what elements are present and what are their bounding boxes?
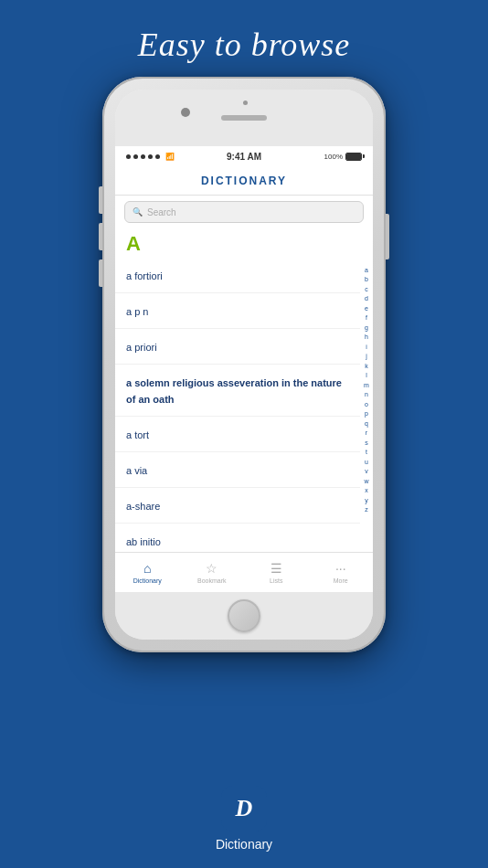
- phone-camera: [181, 108, 190, 117]
- tab-icon-bookmark: ☆: [206, 561, 217, 576]
- list-item[interactable]: a fortiori: [115, 258, 360, 293]
- tab-bookmark[interactable]: ☆Bookmark: [180, 561, 245, 584]
- alpha-letter-n[interactable]: n: [365, 390, 368, 400]
- screen: 📶 9:41 AM 100% DICTIONARY 🔍 Search: [115, 146, 373, 592]
- alpha-letter-t[interactable]: t: [366, 448, 367, 458]
- alpha-index[interactable]: abcdefghijklmnopqrstuvwxyz: [360, 228, 373, 552]
- nav-bar: DICTIONARY: [115, 166, 373, 196]
- alpha-letter-o[interactable]: o: [365, 400, 368, 410]
- alpha-letter-e[interactable]: e: [365, 304, 368, 314]
- list-item-text: a via: [126, 465, 147, 476]
- list-item[interactable]: a p n: [115, 293, 360, 329]
- list-item-text: a solemn religious asseveration in the n…: [126, 377, 342, 405]
- alpha-letter-y[interactable]: y: [365, 496, 368, 506]
- phone-speaker: [221, 115, 267, 121]
- tab-icon-lists: ☰: [271, 561, 282, 576]
- tab-icon-dictionary: ⌂: [143, 561, 151, 576]
- alpha-letter-k[interactable]: k: [365, 362, 368, 372]
- alpha-letter-r[interactable]: r: [366, 429, 367, 439]
- page-title: Easy to browse: [138, 26, 351, 64]
- signal-dot-5: [155, 154, 160, 159]
- phone-bottom: [115, 592, 373, 640]
- list-item[interactable]: a-share: [115, 488, 360, 524]
- tab-lists[interactable]: ☰Lists: [244, 561, 309, 584]
- signal-dot-4: [148, 154, 153, 159]
- tab-label-more: More: [334, 577, 348, 584]
- phone-dot: [243, 101, 248, 105]
- alpha-letter-p[interactable]: p: [365, 409, 368, 419]
- signal-dot-1: [126, 154, 131, 159]
- tab-more[interactable]: ···More: [309, 561, 374, 584]
- content-list: A a fortioria p na prioria solemn religi…: [115, 228, 373, 552]
- alpha-letter-d[interactable]: d: [365, 294, 368, 304]
- list-item[interactable]: a solemn religious asseveration in the n…: [115, 365, 360, 417]
- alpha-letter-a[interactable]: a: [365, 266, 368, 276]
- alpha-letter-b[interactable]: b: [365, 275, 368, 285]
- alpha-letter-i[interactable]: i: [366, 343, 367, 353]
- alpha-letter-q[interactable]: q: [365, 419, 368, 429]
- phone-top-bar: [115, 90, 373, 146]
- alpha-letter-s[interactable]: s: [365, 439, 368, 449]
- battery-area: 100%: [324, 153, 362, 161]
- app-icon-letter: D: [236, 795, 253, 822]
- alpha-letter-v[interactable]: v: [365, 467, 368, 477]
- list-items: A a fortioria p na prioria solemn religi…: [115, 228, 360, 552]
- list-item-text: a priori: [126, 342, 157, 353]
- tab-label-lists: Lists: [270, 577, 282, 584]
- section-header-a: A: [115, 228, 360, 258]
- list-item-text: a-share: [126, 501, 160, 512]
- alpha-letter-w[interactable]: w: [364, 477, 368, 487]
- nav-title: DICTIONARY: [201, 175, 287, 187]
- status-time: 9:41 AM: [227, 152, 261, 162]
- battery-icon: [345, 153, 362, 161]
- alpha-letter-l[interactable]: l: [366, 371, 367, 381]
- app-label-area: D Dictionary: [0, 786, 488, 852]
- signal-dot-2: [133, 154, 138, 159]
- list-item-text: ab initio: [126, 536, 161, 547]
- alpha-letter-g[interactable]: g: [365, 323, 368, 333]
- tab-bar: ⌂Dictionary☆Bookmark☰Lists···More: [115, 552, 373, 592]
- list-item-text: a p n: [126, 306, 148, 317]
- list-item[interactable]: a via: [115, 452, 360, 488]
- alpha-letter-h[interactable]: h: [365, 333, 368, 343]
- alpha-letter-j[interactable]: j: [366, 352, 367, 362]
- tab-label-bookmark: Bookmark: [197, 577, 227, 584]
- status-bar: 📶 9:41 AM 100%: [115, 146, 373, 166]
- search-placeholder-text: Search: [147, 207, 176, 217]
- list-item-text: a fortiori: [126, 270, 163, 281]
- phone-wrapper: 📶 9:41 AM 100% DICTIONARY 🔍 Search: [102, 77, 386, 652]
- alpha-letter-x[interactable]: x: [365, 486, 368, 496]
- tab-icon-more: ···: [335, 561, 346, 576]
- alpha-letter-z[interactable]: z: [365, 505, 368, 515]
- tab-label-dictionary: Dictionary: [133, 577, 162, 584]
- wifi-icon: 📶: [165, 153, 175, 161]
- search-bar[interactable]: 🔍 Search: [115, 196, 373, 228]
- tab-dictionary[interactable]: ⌂Dictionary: [115, 561, 180, 584]
- phone-inner: 📶 9:41 AM 100% DICTIONARY 🔍 Search: [115, 90, 373, 640]
- list-item[interactable]: a priori: [115, 329, 360, 365]
- search-icon: 🔍: [133, 207, 143, 217]
- signal-area: 📶: [126, 153, 175, 161]
- list-item[interactable]: a tort: [115, 417, 360, 452]
- alpha-letter-c[interactable]: c: [365, 285, 368, 295]
- battery-fill: [346, 153, 361, 160]
- app-icon: D: [221, 786, 267, 831]
- list-item-text: a tort: [126, 429, 149, 440]
- search-input[interactable]: 🔍 Search: [124, 201, 364, 223]
- alpha-letter-f[interactable]: f: [366, 313, 367, 323]
- signal-dot-3: [141, 154, 145, 159]
- list-item[interactable]: ab initio: [115, 524, 360, 552]
- alpha-letter-u[interactable]: u: [365, 458, 368, 468]
- home-button[interactable]: [228, 599, 260, 632]
- alpha-letter-m[interactable]: m: [364, 381, 369, 391]
- battery-pct: 100%: [324, 153, 343, 161]
- app-name: Dictionary: [216, 837, 272, 852]
